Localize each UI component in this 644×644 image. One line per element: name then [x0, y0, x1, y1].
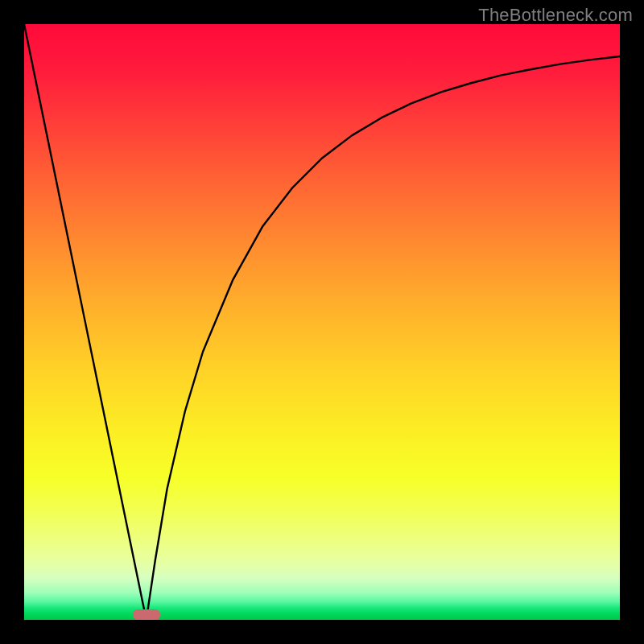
bottleneck-curve: [24, 24, 620, 620]
plot-area: [24, 24, 620, 620]
curve-right-branch: [147, 56, 620, 620]
optimal-marker: [133, 609, 160, 620]
curve-left-branch: [24, 24, 147, 620]
watermark-text: TheBottleneck.com: [478, 5, 633, 26]
chart-frame: TheBottleneck.com: [0, 0, 644, 644]
